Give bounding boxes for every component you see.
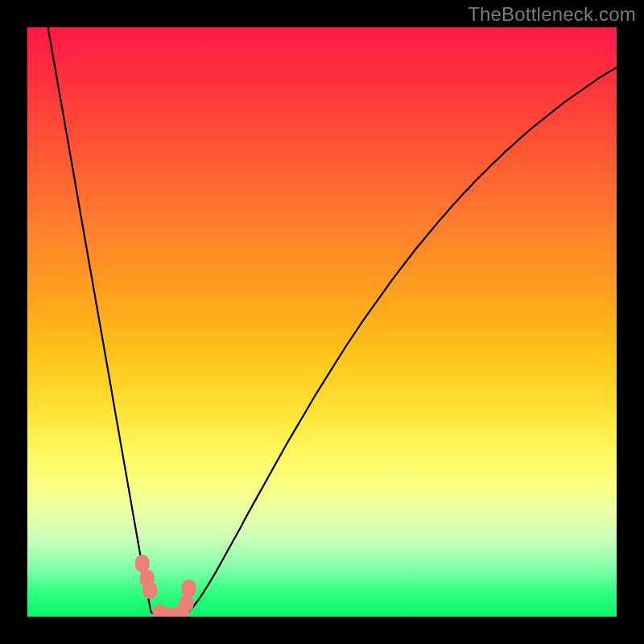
curve-marker [182,580,196,597]
watermark-text: TheBottleneck.com [468,3,636,26]
curve-marker [142,581,157,599]
chart-frame: TheBottleneck.com [0,0,644,644]
plot-area [27,27,617,617]
bottleneck-curve [27,27,617,617]
marker-group [135,555,196,617]
curve-svg [27,27,617,617]
curve-marker [180,594,194,612]
